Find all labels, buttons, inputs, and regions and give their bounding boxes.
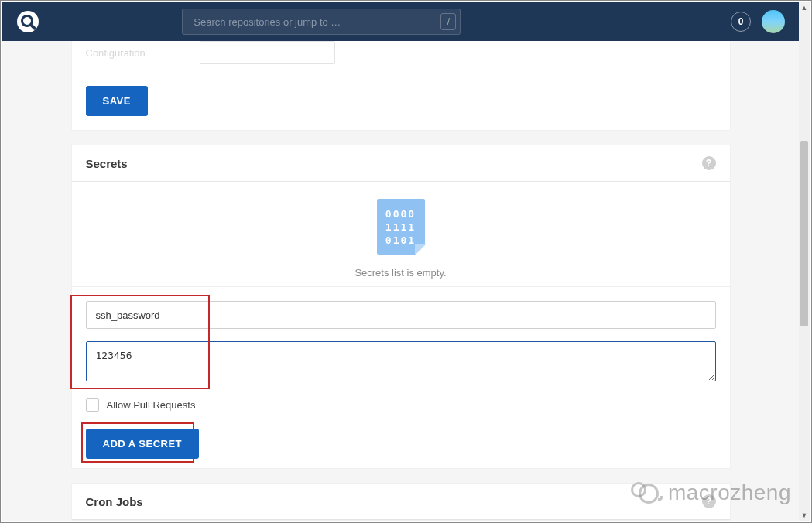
save-button[interactable]: SAVE: [86, 86, 148, 116]
allow-pr-label: Allow Pull Requests: [107, 399, 196, 411]
binary-file-icon: 0000 1111 0101: [377, 199, 425, 255]
cron-title: Cron Jobs: [86, 495, 143, 508]
main-scroll: Configuration SAVE Secrets ? 0000 1111: [2, 41, 799, 521]
build-count-badge[interactable]: 0: [731, 12, 751, 32]
secrets-empty-text: Secrets list is empty.: [355, 267, 446, 279]
config-card-fragment: Configuration SAVE: [71, 41, 731, 131]
search-wrap: /: [182, 9, 461, 35]
cron-card: Cron Jobs ?: [71, 483, 731, 521]
secret-name-input[interactable]: [86, 301, 716, 329]
secrets-empty-state: 0000 1111 0101 Secrets list is empty.: [72, 182, 730, 286]
bin-row: 1111: [385, 221, 416, 233]
bin-row: 0000: [385, 208, 416, 220]
secrets-form: Allow Pull Requests ADD A SECRET: [72, 286, 730, 468]
scroll-up-icon[interactable]: ▲: [799, 2, 810, 13]
logo[interactable]: [9, 11, 47, 32]
secrets-card: Secrets ? 0000 1111 0101 Secrets list is…: [71, 145, 731, 469]
top-header: / 0: [2, 2, 799, 41]
header-right: 0: [731, 10, 785, 33]
scroll-track[interactable]: [800, 13, 809, 510]
vertical-scrollbar[interactable]: ▲ ▼: [799, 2, 810, 521]
search-input[interactable]: [182, 9, 461, 35]
avatar[interactable]: [762, 10, 785, 33]
secret-value-input[interactable]: [86, 341, 716, 381]
secrets-title: Secrets: [86, 157, 128, 170]
drone-logo-icon: [17, 11, 39, 32]
help-icon[interactable]: ?: [702, 156, 716, 170]
allow-pr-row[interactable]: Allow Pull Requests: [86, 398, 716, 412]
search-kbd-hint: /: [440, 13, 456, 30]
config-row: Configuration: [86, 41, 716, 64]
scroll-thumb[interactable]: [800, 141, 808, 326]
add-secret-button[interactable]: ADD A SECRET: [86, 429, 200, 459]
config-row-label: Configuration: [86, 47, 146, 59]
allow-pr-checkbox[interactable]: [86, 398, 99, 412]
scroll-down-icon[interactable]: ▼: [799, 510, 810, 521]
bin-row: 0101: [385, 234, 416, 246]
help-icon[interactable]: ?: [702, 494, 716, 508]
config-select[interactable]: [200, 41, 335, 64]
